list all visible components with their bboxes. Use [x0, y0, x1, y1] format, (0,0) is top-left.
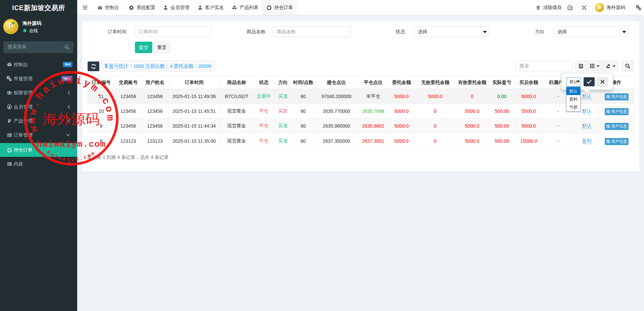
svg-text:₽: ₽ [8, 118, 11, 124]
svg-text:文: 文 [568, 6, 571, 9]
